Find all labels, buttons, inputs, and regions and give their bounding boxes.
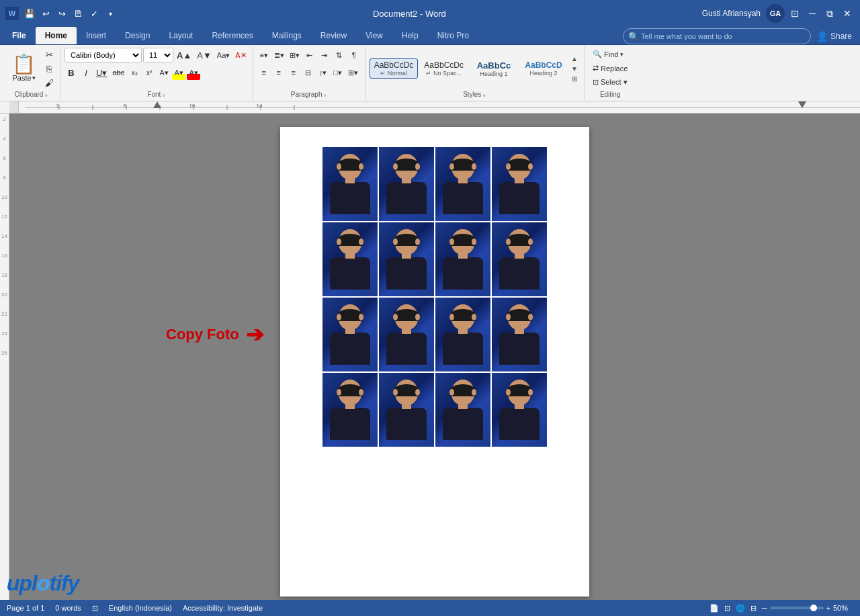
decrease-indent-button[interactable]: ⇤ (303, 48, 316, 62)
strikethrough-button[interactable]: abc (110, 65, 126, 80)
select-icon: ⊡ (593, 78, 599, 87)
font-color-button[interactable]: A▾ (187, 65, 200, 80)
style-heading2-button[interactable]: AaBbCcD Heading 2 (519, 58, 568, 79)
bullets-button[interactable]: ≡▾ (257, 48, 271, 62)
multilevel-button[interactable]: ⊞▾ (288, 48, 302, 62)
replace-button[interactable]: ⇄ Replace (589, 62, 632, 75)
select-button[interactable]: ⊡ Select ▾ (589, 76, 632, 89)
track-changes-icon: ⊡ (92, 604, 98, 613)
tab-file[interactable]: File (3, 27, 36, 44)
print-layout-icon[interactable]: ⊡ (724, 604, 730, 613)
focus-icon[interactable]: ⊟ (750, 604, 757, 613)
styles-group: AaBbCcDc ↵ Normal AaBbCcDc ↵ No Spac... … (366, 46, 585, 99)
zoom-thumb[interactable] (810, 605, 817, 611)
styles-expand-icon[interactable]: ⬦ (482, 91, 486, 98)
zoom-in-button[interactable]: + (826, 604, 830, 612)
style-heading1-button[interactable]: AaBbCc Heading 1 (470, 58, 518, 79)
increase-font-button[interactable]: A▲ (175, 48, 194, 62)
tab-review[interactable]: Review (311, 27, 356, 44)
font-name-select[interactable]: Calibri (Body) (64, 48, 142, 62)
subscript-button[interactable]: x₂ (128, 65, 141, 80)
tab-insert[interactable]: Insert (77, 27, 116, 44)
style-no-spacing-button[interactable]: AaBbCcDc ↵ No Spac... (419, 58, 468, 79)
redo-button[interactable]: ↪ (55, 7, 69, 20)
paragraph-expand-button[interactable]: ⬦ (323, 91, 327, 98)
web-layout-icon[interactable]: 🌐 (736, 604, 745, 613)
sort-button[interactable]: ⇅ (333, 48, 346, 62)
photo-cell-1-1 (322, 147, 378, 221)
person-body (443, 257, 483, 290)
justify-button[interactable]: ⊟ (302, 65, 315, 80)
font-size-select[interactable]: 11 (143, 48, 173, 62)
tab-view[interactable]: View (356, 27, 392, 44)
customize-button[interactable]: 🖹 (71, 7, 85, 20)
zoom-out-button[interactable]: ─ (762, 604, 767, 612)
tab-layout[interactable]: Layout (159, 27, 202, 44)
tab-home[interactable]: Home (36, 27, 77, 44)
line-spacing-button[interactable]: ↕▾ (316, 65, 330, 80)
status-bar: Page 1 of 1 0 words ⊡ English (Indonesia… (0, 600, 860, 616)
close-button[interactable]: ✕ (840, 6, 855, 21)
tab-nitro[interactable]: Nitro Pro (428, 27, 478, 44)
text-effects-button[interactable]: A▾ (157, 65, 171, 80)
underline-button[interactable]: U▾ (94, 65, 109, 80)
copy-button[interactable]: ⎘ (42, 62, 56, 75)
borders-button[interactable]: ⊞▾ (346, 65, 360, 80)
left-indent-marker[interactable] (153, 101, 161, 109)
decrease-font-button[interactable]: A▼ (195, 48, 214, 62)
accessibility-label[interactable]: Accessibility: Investigate (183, 604, 263, 612)
person-ear-right (359, 163, 363, 170)
tab-help[interactable]: Help (392, 27, 428, 44)
increase-indent-button[interactable]: ⇥ (318, 48, 331, 62)
person-neck (458, 404, 468, 409)
change-case-button[interactable]: Aa▾ (215, 48, 232, 62)
show-marks-button[interactable]: ¶ (347, 48, 361, 62)
person-body (443, 333, 483, 365)
minimize-button[interactable]: ─ (805, 6, 820, 21)
highlight-color-button[interactable]: A▾ (172, 65, 185, 80)
share-button[interactable]: 👤 Share (816, 31, 852, 42)
italic-button[interactable]: I (79, 65, 93, 80)
find-button[interactable]: 🔍 Find ▾ (589, 48, 628, 60)
tab-references[interactable]: References (202, 27, 262, 44)
clipboard-small-buttons: ✂ ⎘ 🖌 (42, 48, 56, 89)
down-arrow-button[interactable]: ▾ (103, 7, 117, 20)
zoom-percent-label[interactable]: 50% (833, 604, 853, 612)
style-normal-button[interactable]: AaBbCcDc ↵ Normal (370, 58, 419, 79)
font-expand-button[interactable]: ⬦ (162, 91, 165, 98)
paste-icon: 📋 (12, 55, 36, 74)
numbering-button[interactable]: ≣▾ (272, 48, 286, 62)
styles-expand-button[interactable]: ⊞ (569, 74, 580, 83)
styles-scroll-down-button[interactable]: ▼ (569, 64, 580, 73)
superscript-button[interactable]: x² (142, 65, 156, 80)
person-ear-right (415, 314, 420, 320)
person-head (395, 154, 418, 179)
paste-dropdown-arrow[interactable]: ▾ (32, 75, 36, 81)
person-figure (322, 222, 378, 296)
tell-me-input[interactable] (623, 28, 811, 44)
save-button[interactable]: 💾 (23, 7, 36, 20)
right-indent-marker[interactable] (798, 101, 806, 109)
bold-button[interactable]: B (64, 65, 78, 80)
align-left-button[interactable]: ≡ (257, 65, 271, 80)
align-right-button[interactable]: ≡ (287, 65, 300, 80)
user-avatar[interactable]: GA (766, 4, 785, 23)
shading-button[interactable]: □▾ (331, 65, 345, 80)
paste-button[interactable]: 📋 Paste ▾ (7, 52, 41, 85)
undo-button[interactable]: ↩ (39, 7, 52, 20)
title-bar-left: W 💾 ↩ ↪ 🖹 ✓ ▾ (5, 7, 117, 20)
clipboard-expand-button[interactable]: ⬦ (44, 91, 48, 98)
zoom-slider[interactable] (770, 607, 824, 609)
tab-mailings[interactable]: Mailings (263, 27, 311, 44)
clear-formatting-button[interactable]: A✕ (233, 48, 248, 62)
align-center-button[interactable]: ≡ (272, 65, 286, 80)
cut-button[interactable]: ✂ (42, 48, 56, 61)
autosave-button[interactable]: ✓ (87, 7, 101, 20)
format-painter-button[interactable]: 🖌 (42, 76, 56, 89)
ribbon-toggle-button[interactable]: ⊡ (787, 6, 802, 21)
restore-button[interactable]: ⧉ (822, 6, 837, 21)
read-mode-icon[interactable]: 📄 (710, 604, 719, 613)
language-label[interactable]: English (Indonesia) (109, 604, 172, 612)
tab-design[interactable]: Design (116, 27, 159, 44)
styles-scroll-up-button[interactable]: ▲ (569, 54, 580, 63)
